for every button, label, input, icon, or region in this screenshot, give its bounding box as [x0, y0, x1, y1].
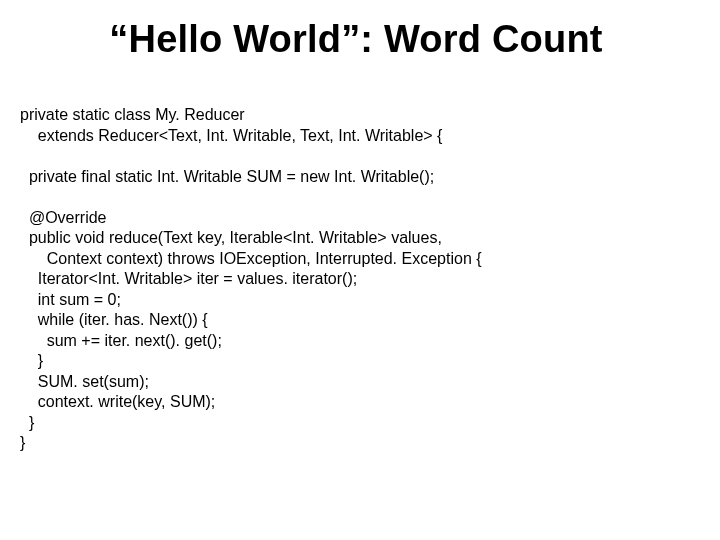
code-line: Iterator<Int. Writable> iter = values. i…: [20, 270, 357, 287]
code-line: extends Reducer<Text, Int. Writable, Tex…: [20, 127, 442, 144]
slide: “Hello World”: Word Count private static…: [0, 0, 720, 540]
code-line: private final static Int. Writable SUM =…: [20, 168, 434, 185]
code-line: context. write(key, SUM);: [20, 393, 215, 410]
code-line: }: [20, 434, 25, 451]
code-line: SUM. set(sum);: [20, 373, 149, 390]
code-line: Context context) throws IOException, Int…: [20, 250, 482, 267]
code-line: @Override: [20, 209, 106, 226]
code-line: }: [20, 352, 43, 369]
code-line: public void reduce(Text key, Iterable<In…: [20, 229, 442, 246]
code-line: sum += iter. next(). get();: [20, 332, 222, 349]
slide-title: “Hello World”: Word Count: [20, 18, 692, 61]
code-block: private static class My. Reducer extends…: [20, 85, 692, 474]
code-line: while (iter. has. Next()) {: [20, 311, 208, 328]
code-line: private static class My. Reducer: [20, 106, 245, 123]
code-line: }: [20, 414, 34, 431]
code-line: int sum = 0;: [20, 291, 121, 308]
